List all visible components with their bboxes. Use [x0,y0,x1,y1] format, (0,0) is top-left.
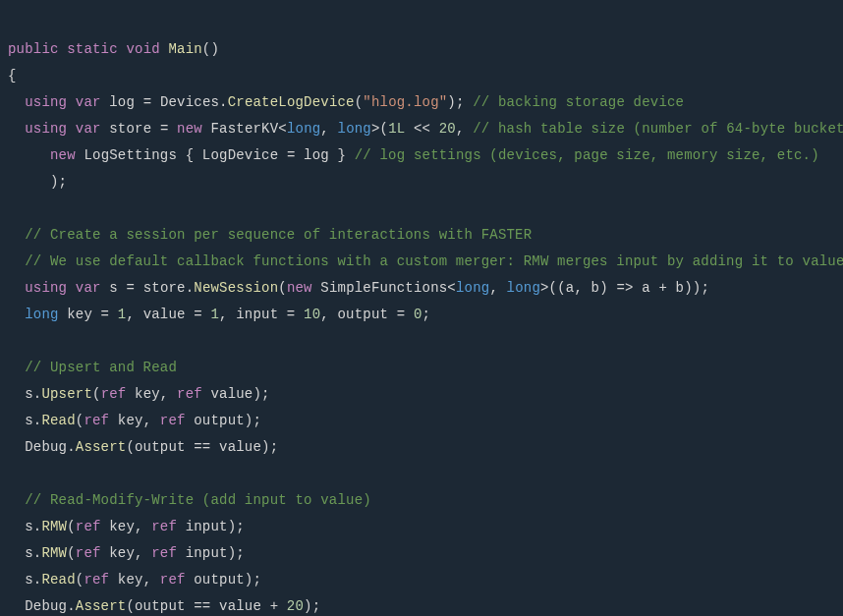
line-1: public static void Main() [8,41,219,57]
code-snippet: public static void Main() { using var lo… [8,10,843,616]
line-17: s.RMW(ref key, ref input); [8,545,245,561]
line-11: // Upsert and Read [8,360,177,375]
line-3: using var log = Devices.CreateLogDevice(… [8,94,684,110]
line-7: // Create a session per sequence of inte… [8,227,532,243]
line-6: ); [8,174,67,190]
line-18: s.Read(ref key, ref output); [8,572,261,588]
line-13: s.Read(ref key, ref output); [8,413,261,428]
line-12: s.Upsert(ref key, ref value); [8,386,270,402]
line-8: // We use default callback functions wit… [8,253,843,269]
line-2: { [8,68,17,84]
blank-2 [8,333,17,349]
blank-1 [8,200,17,216]
line-4: using var store = new FasterKV<long, lon… [8,121,843,137]
line-5: new LogSettings { LogDevice = log } // l… [8,147,819,163]
line-16: s.RMW(ref key, ref input); [8,519,245,534]
line-9: using var s = store.NewSession(new Simpl… [8,280,709,296]
line-15: // Read-Modify-Write (add input to value… [8,492,371,508]
line-14: Debug.Assert(output == value); [8,439,278,455]
blank-3 [8,466,17,481]
line-19: Debug.Assert(output == value + 20); [8,598,320,614]
line-10: long key = 1, value = 1, input = 10, out… [8,307,430,322]
